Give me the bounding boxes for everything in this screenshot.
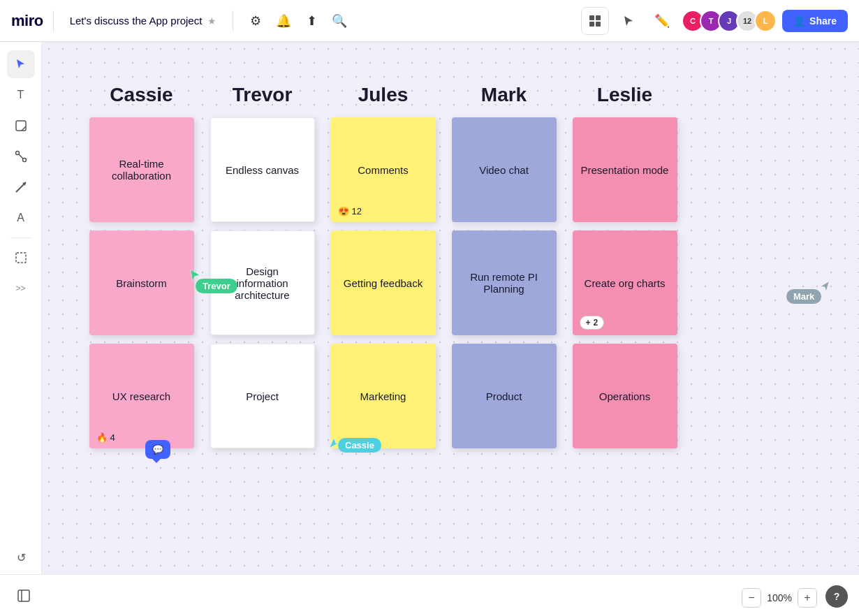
column-jules: Jules Comments 😍 12 Getting feedback Mar… [329, 84, 437, 448]
line-tool[interactable] [7, 173, 35, 201]
avatar-last: L [754, 10, 777, 32]
board-columns: Cassie Real-time collaboration Brainstor… [87, 84, 679, 448]
sticky-jules-1[interactable]: Comments 😍 12 [331, 117, 436, 222]
badge-count: 12 [352, 206, 362, 217]
sticky-text: Run remote PI Planning [460, 271, 548, 295]
column-trevor: Trevor Endless canvas Design information… [208, 84, 316, 448]
svg-rect-11 [18, 590, 29, 601]
badge-count: 2 [594, 318, 599, 328]
share-button[interactable]: 👤 Share [782, 10, 848, 32]
sticky-cassie-2[interactable]: Brainstorm [89, 230, 194, 335]
undo-button[interactable]: ↺ [7, 543, 35, 571]
more-tools[interactable]: >> [7, 274, 35, 302]
plus-icon: + [586, 318, 591, 328]
sticky-jules-3[interactable]: Marketing [331, 344, 436, 448]
sticky-text: Design information architecture [219, 265, 306, 301]
search-icon[interactable]: 🔍 [327, 8, 352, 34]
sticky-mark-3[interactable]: Product [452, 344, 557, 448]
sticky-jules-2[interactable]: Getting feedback [331, 230, 436, 335]
share-icon: 👤 [793, 15, 805, 27]
pen-tool[interactable]: A [7, 204, 35, 232]
svg-rect-0 [589, 15, 594, 20]
sticky-text: Getting feedback [344, 277, 423, 289]
svg-line-7 [19, 154, 23, 159]
sticky-badge-fire: 🔥 4 [96, 432, 115, 443]
sticky-mark-2[interactable]: Run remote PI Planning [452, 230, 557, 335]
svg-rect-1 [596, 15, 601, 20]
topbar: miro Let's discuss the App project ★ ⚙ 🔔… [0, 0, 859, 42]
sticky-leslie-1[interactable]: Presentation mode [573, 117, 677, 222]
topbar-right: ✏️ C T J 12 L 👤 Share [581, 7, 848, 35]
tool-separator [10, 237, 31, 238]
sticky-text: Video chat [479, 164, 529, 176]
pointer-mode-icon[interactable] [615, 7, 643, 35]
column-mark: Mark Video chat Run remote PI Planning P… [450, 84, 558, 448]
svg-rect-4 [16, 121, 26, 131]
zoom-in-button[interactable]: + [798, 588, 817, 608]
sticky-text: Operations [599, 390, 650, 402]
topbar-icons: ⚙ 🔔 ⬆ 🔍 [243, 8, 352, 34]
upload-icon[interactable]: ⬆ [299, 8, 324, 34]
sticky-note-tool[interactable] [7, 112, 35, 140]
sticky-text: Marketing [360, 390, 406, 402]
sticky-leslie-3[interactable]: Operations [573, 344, 677, 448]
sticky-mark-1[interactable]: Video chat [452, 117, 557, 222]
help-button[interactable]: ? [825, 585, 848, 608]
topbar-divider2 [233, 10, 233, 31]
sticky-text: Project [246, 390, 279, 402]
text-tool[interactable]: T [7, 81, 35, 109]
svg-rect-3 [596, 22, 601, 27]
board-title-text: Let's discuss the App project [70, 15, 203, 27]
mark-cursor-label: Mark [786, 289, 821, 304]
zoom-out-button[interactable]: − [742, 588, 761, 608]
sticky-text: UX research [112, 390, 170, 402]
sidebar-toggle-button[interactable] [11, 583, 36, 608]
topbar-left: miro Let's discuss the App project ★ ⚙ 🔔… [11, 8, 573, 34]
settings-icon[interactable]: ⚙ [243, 8, 268, 34]
star-icon[interactable]: ★ [207, 15, 216, 27]
sticky-badge-plus: + 2 [580, 316, 605, 330]
frame-tool[interactable] [7, 244, 35, 272]
mark-cursor-arrow [817, 279, 831, 293]
sticky-text: Comments [358, 164, 409, 176]
canvas[interactable]: Cassie Real-time collaboration Brainstor… [42, 42, 859, 574]
col-header-mark: Mark [481, 84, 527, 106]
col-header-jules: Jules [358, 84, 409, 106]
svg-rect-10 [16, 253, 26, 263]
sticky-badge-love: 😍 12 [338, 206, 362, 217]
sticky-text: Real-time collaboration [98, 158, 186, 182]
comment-bubble[interactable]: 💬 [145, 440, 170, 459]
sticky-cassie-3[interactable]: UX research 🔥 4 [89, 344, 194, 448]
zoom-level-display: 100% [767, 592, 792, 603]
comment-icon: 💬 [152, 444, 163, 455]
bottombar: − 100% + ? [0, 574, 859, 616]
sticky-trevor-3[interactable]: Project [210, 344, 315, 448]
zoom-controls: − 100% + [742, 588, 817, 608]
sticky-trevor-1[interactable]: Endless canvas [210, 117, 315, 222]
bell-icon[interactable]: 🔔 [271, 8, 296, 34]
sticky-text: Brainstorm [116, 277, 167, 289]
svg-point-5 [15, 152, 19, 155]
sticky-trevor-2[interactable]: Design information architecture [210, 230, 315, 335]
svg-rect-2 [589, 22, 594, 27]
col-header-trevor: Trevor [233, 84, 293, 106]
sticky-text: Endless canvas [226, 164, 299, 176]
topbar-divider [53, 10, 54, 31]
sticky-leslie-2[interactable]: Create org charts + 2 [573, 230, 677, 335]
connect-tool[interactable] [7, 142, 35, 170]
board-title[interactable]: Let's discuss the App project ★ [64, 11, 223, 30]
magic-pen-icon[interactable]: ✏️ [648, 7, 676, 35]
left-toolbar: T A >> ↺ ↻ [0, 42, 42, 616]
bottombar-left [11, 583, 848, 608]
sticky-text: Product [486, 390, 522, 402]
grid-view-button[interactable] [581, 7, 609, 35]
sticky-text: Create org charts [585, 277, 666, 289]
select-tool[interactable] [7, 50, 35, 78]
column-leslie: Leslie Presentation mode Create org char… [571, 84, 679, 448]
sticky-cassie-1[interactable]: Real-time collaboration [89, 117, 194, 222]
fire-emoji: 🔥 [96, 432, 108, 443]
badge-count: 4 [110, 432, 115, 443]
col-header-leslie: Leslie [597, 84, 652, 106]
col-header-cassie: Cassie [110, 84, 172, 106]
avatars-group: C T J 12 L [682, 10, 777, 32]
